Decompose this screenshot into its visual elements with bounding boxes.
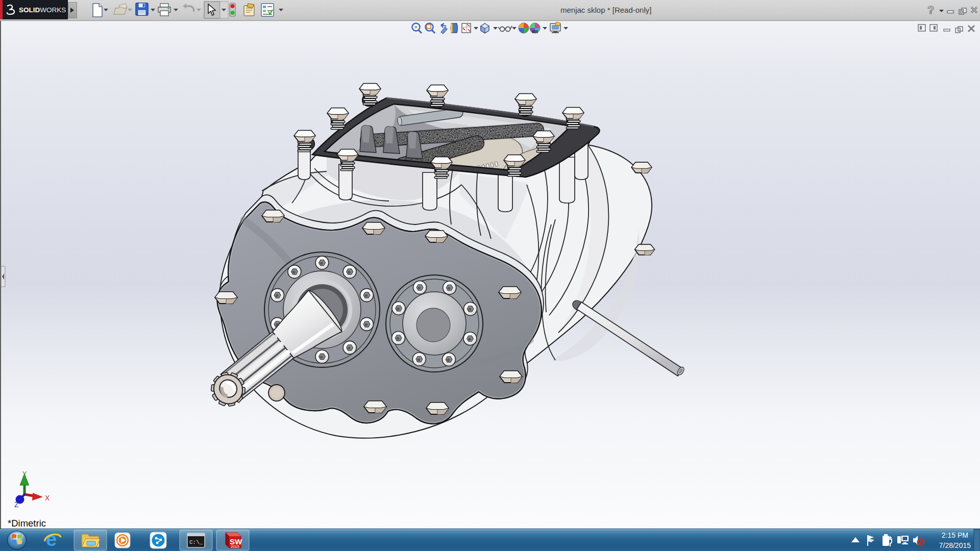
svg-text:Z: Z — [14, 500, 19, 509]
svg-text:Y: Y — [22, 470, 27, 478]
svg-text:*Dimetric: *Dimetric — [8, 518, 46, 529]
svg-text:C:\_: C:\_ — [189, 539, 203, 545]
svg-text:2015: 2015 — [231, 544, 239, 549]
svg-text:e: e — [46, 529, 57, 550]
svg-text:X: X — [45, 494, 50, 502]
svg-text:?: ? — [927, 4, 934, 16]
